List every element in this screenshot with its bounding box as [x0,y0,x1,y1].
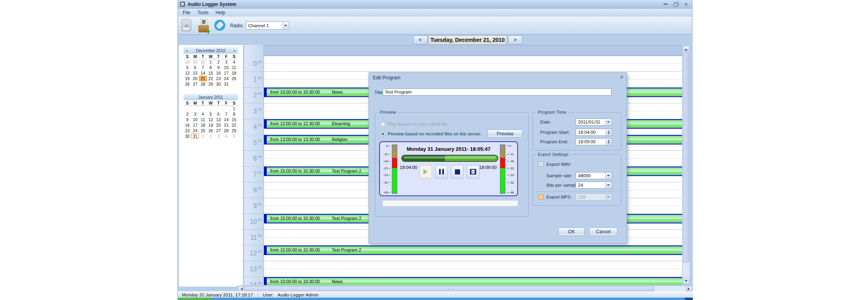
calendar-date[interactable]: 1 [207,59,215,65]
title-bar[interactable]: Audio Logger System × [178,0,692,9]
next-day-button[interactable]: > [508,36,522,45]
calendar-date[interactable]: 29 [207,81,215,87]
calendar-date[interactable]: 9 [215,65,223,70]
scroll-up-icon[interactable] [683,46,689,52]
calendar-date[interactable]: 1 [199,133,207,139]
calendar-date[interactable]: 5 [183,65,191,70]
calendar-date[interactable]: 26 [207,128,215,133]
dropdown-arrow-icon[interactable] [605,182,611,188]
calendar-date[interactable]: 14 [223,117,230,122]
scroll-left-icon[interactable] [238,286,244,291]
calendar-date[interactable]: 9 [183,117,191,122]
scroll-right-icon[interactable] [686,286,692,291]
calendar-date[interactable]: 31 [223,81,230,87]
calendar-date[interactable]: 29 [191,59,199,65]
calendar-date[interactable]: 27 [215,128,223,133]
channel-select[interactable]: Channel 1 [246,21,289,30]
bits-per-sample-select[interactable]: 24 [576,182,612,189]
calendar-date[interactable]: 7 [199,65,207,70]
calendar-date[interactable]: 6 [215,111,223,117]
export-wav-checkbox[interactable]: ✓ [539,162,543,167]
export-mp3-checkbox[interactable] [539,195,543,199]
dialog-close-icon[interactable]: × [620,74,623,80]
prev-day-button[interactable]: < [413,36,427,45]
calendar-date[interactable]: 4 [230,59,238,65]
vertical-scrollbar[interactable] [682,45,690,285]
calendar-date[interactable]: 24 [191,128,199,133]
radio-recorded-files[interactable] [381,132,385,136]
import-audio-icon[interactable] [181,19,191,32]
horizontal-scroll-thumb[interactable] [244,286,655,291]
menu-file[interactable]: File [183,10,190,15]
calendar-date[interactable]: 30 [215,81,223,87]
close-icon[interactable]: × [683,2,689,6]
calendar-date[interactable]: 22 [230,122,238,128]
calendar-date[interactable]: 13 [191,70,199,76]
calendar-date[interactable]: 18 [230,70,238,76]
calendar-date[interactable]: 11 [230,65,238,70]
calendar-date[interactable]: 26 [183,81,191,87]
calendar-date[interactable]: 28 [183,59,191,65]
program-bar[interactable]: from 10:00:00 to 10:30:00News [264,277,682,285]
calendar-date[interactable]: 16 [183,122,191,128]
dropdown-arrow-icon[interactable] [605,173,611,178]
calendar-date[interactable]: 29 [230,128,238,133]
preview-button[interactable]: Preview [487,129,523,138]
menu-tools[interactable]: Tools [197,10,208,15]
calendar-date[interactable]: 2 [183,111,191,117]
calendar-date[interactable]: 3 [223,59,230,65]
restore-icon[interactable] [673,2,679,6]
calendar-date[interactable]: 10 [191,117,199,122]
calendar-date[interactable]: 13 [215,117,223,122]
calendar-date[interactable]: 4 [199,111,207,117]
menu-help[interactable]: Help [215,10,225,15]
calendar-date[interactable]: 17 [223,70,230,76]
calendar-date[interactable]: 18 [199,122,207,128]
calendar-date[interactable]: 8 [230,111,238,117]
calendar-date[interactable]: 7 [223,111,230,117]
calendar-date[interactable]: 25 [199,128,207,133]
calendar-date[interactable]: 15 [207,70,215,76]
schedule-row[interactable] [264,261,682,277]
spinner-arrows-icon[interactable] [606,139,611,144]
date-select[interactable]: 2011/01/31 [576,118,612,126]
ok-button[interactable]: OK [558,227,585,236]
calendar-date[interactable]: 5 [230,133,238,139]
calendar-date[interactable]: 2 [215,59,223,65]
calendar-date[interactable]: 8 [207,65,215,70]
cancel-button[interactable]: Cancel [589,227,617,236]
calendar-date[interactable]: 17 [191,122,199,128]
play-button[interactable] [419,165,432,178]
calendar-prev-icon[interactable]: ◄ [185,49,189,52]
calendar-date[interactable]: 23 [183,128,191,133]
title-input[interactable] [383,88,612,96]
stop-button[interactable] [451,165,464,178]
calendar-date[interactable]: 22 [207,76,215,81]
calendar-date[interactable]: 4 [223,133,230,139]
program-bar[interactable]: from 15:00:00 to 15:30:00Test Program 2 [264,246,682,255]
dropdown-arrow-icon[interactable] [605,119,611,125]
calendar-date[interactable]: 12 [207,117,215,122]
pause-button[interactable] [435,165,448,178]
calendar-date[interactable]: 20 [215,122,223,128]
calendar-date[interactable]: 30 [183,133,191,139]
schedule-row[interactable] [264,56,682,72]
calendar-date[interactable]: 28 [223,128,230,133]
calendar-date[interactable]: 25 [230,76,238,81]
calendar-date[interactable]: 16 [215,70,223,76]
program-start-spinner[interactable]: 18:04:00 [576,129,612,136]
calendar-date[interactable]: 12 [183,70,191,76]
refresh-icon[interactable] [214,20,225,31]
dropdown-arrow-icon[interactable] [282,22,288,29]
minimize-icon[interactable] [663,2,668,6]
calendar-date[interactable]: 28 [199,81,207,87]
playback-progress-bar[interactable] [401,155,498,162]
calendar-date[interactable]: 3 [191,111,199,117]
calendar-date[interactable]: 27 [191,81,199,87]
spinner-arrows-icon[interactable] [606,129,611,135]
calendar-date[interactable]: 1 [230,106,238,111]
calendar-date[interactable]: 11 [199,117,207,122]
calendar-date[interactable]: 19 [183,76,191,81]
calendar-date[interactable]: 6 [191,65,199,70]
calendar-date[interactable]: 5 [207,111,215,117]
